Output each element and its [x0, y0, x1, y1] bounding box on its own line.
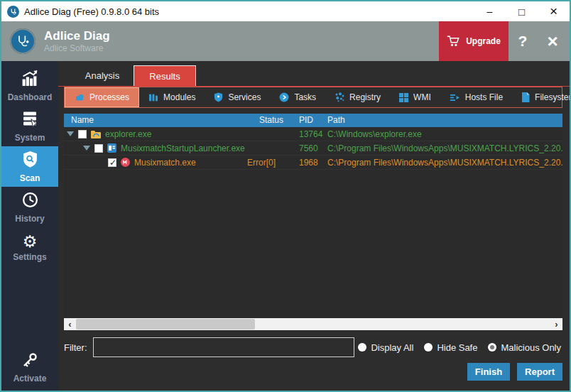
hosts-file-icon — [450, 93, 460, 102]
sidebar-label: Dashboard — [8, 92, 53, 102]
table-row-musixmatch[interactable]: Musixmatch.exe Error[0] 1968 C:\Program … — [64, 156, 562, 170]
report-button[interactable]: Report — [517, 363, 562, 381]
subtab-processes[interactable]: Processes — [65, 87, 139, 107]
maximize-button[interactable]: □ — [506, 1, 538, 21]
expand-arrow-icon[interactable] — [83, 146, 90, 151]
app-name: Adlice Diag — [44, 28, 110, 43]
radio-hide-safe[interactable]: Hide Safe — [424, 342, 477, 353]
result-category-tabs: Processes Modules Services — [64, 87, 562, 108]
title-bar: Adlice Diag (Free) 0.9.8.0 64 bits – □ × — [1, 1, 570, 21]
row-status: Error[0] — [247, 158, 276, 168]
scroll-left-icon[interactable]: ‹ — [64, 318, 76, 330]
musixmatch-logo-icon — [121, 158, 130, 167]
radio-malicious-only[interactable]: Malicious Only — [488, 342, 561, 353]
row-path: C:\Windows\explorer.exe — [327, 129, 562, 139]
window-title: Adlice Diag (Free) 0.9.8.0 64 bits — [24, 6, 159, 17]
sidebar-spacer — [1, 268, 58, 347]
row-path: C:\Program Files\WindowsApps\MUSIXMATCH.… — [327, 158, 562, 168]
main-tabs: Analysis Results — [58, 61, 570, 87]
row-checkbox[interactable] — [78, 130, 87, 138]
subtab-modules[interactable]: Modules — [139, 87, 205, 107]
process-name: MusixmatchStartupLauncher.exe — [121, 143, 245, 153]
services-shield-icon — [214, 92, 223, 102]
processes-icon — [75, 93, 85, 102]
radio-selected-icon[interactable] — [488, 343, 496, 352]
subtab-label: Modules — [163, 92, 195, 102]
tab-analysis[interactable]: Analysis — [71, 65, 134, 86]
header-close-icon[interactable]: × — [537, 32, 568, 50]
row-pid: 1968 — [299, 158, 318, 168]
row-checkbox-checked[interactable] — [108, 158, 116, 167]
column-header-status[interactable]: Status — [259, 115, 283, 125]
sidebar-label: Scan — [20, 173, 40, 183]
sidebar-label: System — [15, 133, 45, 143]
header-titles: Adlice Diag Adlice Software — [44, 28, 110, 54]
subtab-label: Processes — [89, 92, 129, 102]
body: Dashboard System Scan History — [1, 61, 570, 391]
subtab-hosts-file[interactable]: Hosts File — [440, 87, 512, 107]
subtab-filesystem[interactable]: Filesystem — [512, 87, 571, 107]
radio-display-all[interactable]: Display All — [358, 342, 413, 353]
chart-icon — [21, 70, 39, 90]
row-checkbox[interactable] — [94, 144, 103, 153]
folder-icon — [91, 130, 101, 138]
key-icon — [21, 352, 38, 371]
app-header: Adlice Diag Adlice Software Upgrade ? × — [1, 21, 570, 61]
column-header-name[interactable]: Name — [71, 115, 94, 125]
window-controls: – □ × — [474, 1, 570, 21]
windows-logo-icon — [399, 93, 408, 102]
subtab-wmi[interactable]: WMI — [390, 87, 440, 107]
sidebar-item-activate[interactable]: Activate — [1, 347, 58, 388]
upgrade-label: Upgrade — [466, 36, 501, 46]
subtab-label: Filesystem — [535, 92, 571, 102]
subtab-label: Registry — [349, 92, 381, 102]
row-path: C:\Program Files\WindowsApps\MUSIXMATCH.… — [327, 143, 562, 153]
results-table: Name Status PID Path explorer.exe 13764 … — [64, 114, 562, 318]
scrollbar-thumb[interactable] — [76, 319, 255, 330]
radio-icon[interactable] — [424, 343, 433, 352]
filter-input[interactable] — [93, 337, 354, 357]
table-row-launcher[interactable]: MusixmatchStartupLauncher.exe 7560 C:\Pr… — [64, 141, 562, 156]
help-icon[interactable]: ? — [509, 33, 537, 50]
upgrade-button[interactable]: Upgrade — [439, 21, 509, 61]
horizontal-scrollbar[interactable]: ‹ › — [64, 318, 562, 330]
subtab-registry[interactable]: Registry — [325, 87, 390, 107]
registry-icon — [335, 92, 344, 102]
minimize-button[interactable]: – — [474, 1, 506, 21]
sidebar-label: History — [15, 214, 44, 224]
file-icon — [521, 92, 530, 102]
column-header-pid[interactable]: PID — [299, 115, 313, 125]
window-close-button[interactable]: × — [538, 1, 570, 21]
app-window-icon — [107, 143, 116, 153]
sidebar: Dashboard System Scan History — [1, 61, 58, 391]
sidebar-item-scan[interactable]: Scan — [1, 146, 58, 187]
shield-magnifier-icon — [21, 151, 39, 171]
row-pid: 7560 — [299, 143, 318, 153]
tab-results[interactable]: Results — [134, 65, 196, 86]
sidebar-item-history[interactable]: History — [1, 187, 58, 227]
main-content: Analysis Results Processes Modules — [58, 61, 570, 391]
radio-icon[interactable] — [358, 343, 366, 352]
sidebar-item-dashboard[interactable]: Dashboard — [1, 65, 58, 106]
subtab-services[interactable]: Services — [205, 87, 270, 107]
tasks-icon — [279, 92, 289, 102]
clock-icon — [21, 191, 39, 212]
company-name: Adlice Software — [44, 43, 110, 54]
scroll-right-icon[interactable]: › — [550, 318, 562, 330]
process-name: Musixmatch.exe — [134, 158, 196, 168]
row-pid: 13764 — [299, 129, 322, 139]
expand-arrow-icon[interactable] — [67, 131, 74, 136]
subtab-label: WMI — [413, 92, 431, 102]
process-name: explorer.exe — [105, 129, 151, 139]
finish-button[interactable]: Finish — [467, 363, 510, 381]
sidebar-item-settings[interactable]: ⚙ Settings — [1, 227, 58, 268]
subtab-tasks[interactable]: Tasks — [270, 87, 325, 107]
sidebar-item-system[interactable]: System — [1, 106, 58, 146]
column-header-path[interactable]: Path — [327, 115, 345, 125]
filter-radios: Display All Hide Safe Malicious Only — [358, 342, 561, 353]
table-row-explorer[interactable]: explorer.exe 13764 C:\Windows\explorer.e… — [64, 127, 562, 141]
radio-label: Display All — [371, 342, 413, 353]
radio-label: Malicious Only — [501, 342, 561, 353]
subtab-label: Hosts File — [465, 92, 503, 102]
filter-label: Filter: — [64, 342, 87, 353]
